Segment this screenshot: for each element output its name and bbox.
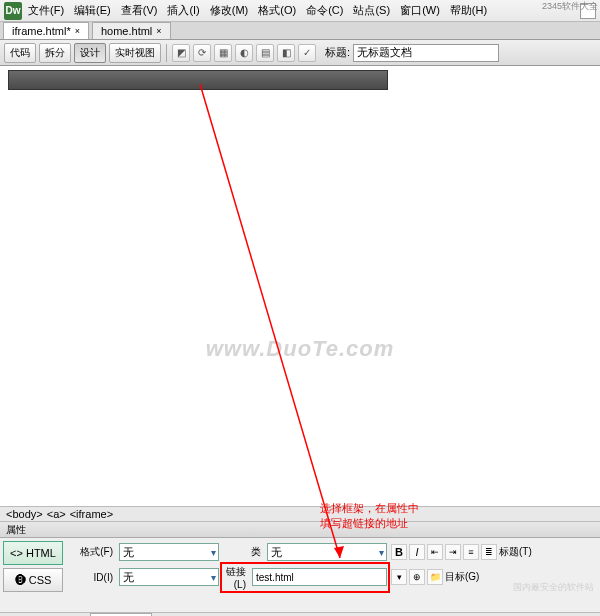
link-input[interactable] [252, 568, 387, 586]
point-to-file-icon[interactable]: ⊕ [409, 569, 425, 585]
menu-edit[interactable]: 编辑(E) [70, 1, 115, 20]
visual-icon[interactable]: ◧ [277, 44, 295, 62]
css-icon: 🅑 [15, 574, 26, 586]
page-properties-button[interactable]: 页面属性... [90, 613, 152, 617]
list-ul-icon[interactable]: ≡ [463, 544, 479, 560]
check-icon[interactable]: ✓ [298, 44, 316, 62]
design-view-button[interactable]: 设计 [74, 43, 106, 63]
dropdown-icon[interactable]: ▾ [391, 569, 407, 585]
app-logo: Dw [4, 2, 22, 20]
watermark-text: www.DuoTe.com [206, 336, 395, 362]
tag-selector: <body> <a> <iframe> [0, 506, 600, 522]
inspect-icon[interactable]: ◩ [172, 44, 190, 62]
tag-body[interactable]: <body> [4, 508, 45, 520]
title-label: 标题: [325, 45, 350, 60]
document-toolbar: 代码 拆分 设计 实时视图 ◩ ⟳ ▦ ◐ ▤ ◧ ✓ 标题: [0, 40, 600, 66]
menu-command[interactable]: 命令(C) [302, 1, 347, 20]
tag-a[interactable]: <a> [45, 508, 68, 520]
document-tabs: iframe.html* × home.html × [0, 22, 600, 40]
link-label: 链接(L) [223, 565, 248, 590]
tab-iframe[interactable]: iframe.html* × [3, 22, 89, 39]
tag-iframe[interactable]: <iframe> [68, 508, 115, 520]
close-icon[interactable]: × [75, 26, 80, 36]
browse-folder-icon[interactable]: 📁 [427, 569, 443, 585]
menu-modify[interactable]: 修改(M) [206, 1, 253, 20]
properties-panel: <> HTML 🅑 CSS 格式(F) 无 类 无 B I ⇤ ⇥ ≡ ≣ 标题… [0, 538, 600, 612]
menu-window[interactable]: 窗口(W) [396, 1, 444, 20]
format-select[interactable]: 无 [119, 543, 219, 561]
tab-label: home.html [101, 25, 152, 37]
options-icon[interactable]: ▤ [256, 44, 274, 62]
tab-home[interactable]: home.html × [92, 22, 171, 39]
italic-icon[interactable]: I [409, 544, 425, 560]
menu-bar: Dw 文件(F) 编辑(E) 查看(V) 插入(I) 修改(M) 格式(O) 命… [0, 0, 600, 22]
menu-file[interactable]: 文件(F) [24, 1, 68, 20]
menu-view[interactable]: 查看(V) [117, 1, 162, 20]
footer-watermark: 国内最安全的软件站 [513, 581, 594, 594]
live-view-button[interactable]: 实时视图 [109, 43, 161, 63]
list-ol-icon[interactable]: ≣ [481, 544, 497, 560]
refresh-icon[interactable]: ⟳ [193, 44, 211, 62]
annotation-text: 选择框架，在属性中 填写超链接的地址 [320, 501, 419, 532]
text-format-icons: B I ⇤ ⇥ ≡ ≣ 标题(T) [391, 544, 597, 560]
css-mode-button[interactable]: 🅑 CSS [3, 568, 63, 592]
close-icon[interactable]: × [156, 26, 161, 36]
source-badge: 2345软件大全 [542, 0, 598, 13]
id-label: ID(I) [67, 572, 115, 583]
target-label: 目标(G) [445, 570, 481, 584]
class-label: 类 [223, 545, 263, 559]
html-icon: <> [10, 547, 23, 559]
title2-label: 标题(T) [499, 545, 534, 559]
status-bar: 页面属性... 列表项目... [0, 612, 600, 616]
menu-site[interactable]: 站点(S) [349, 1, 394, 20]
properties-panel-header[interactable]: 属性 [0, 522, 600, 538]
bold-icon[interactable]: B [391, 544, 407, 560]
menu-insert[interactable]: 插入(I) [163, 1, 203, 20]
format-label: 格式(F) [67, 545, 115, 559]
outdent-icon[interactable]: ⇤ [427, 544, 443, 560]
class-select[interactable]: 无 [267, 543, 387, 561]
html-mode-button[interactable]: <> HTML [3, 541, 63, 565]
menu-help[interactable]: 帮助(H) [446, 1, 491, 20]
indent-icon[interactable]: ⇥ [445, 544, 461, 560]
selected-iframe-element[interactable] [8, 70, 388, 90]
nav-icon[interactable]: ▦ [214, 44, 232, 62]
browser-icon[interactable]: ◐ [235, 44, 253, 62]
code-view-button[interactable]: 代码 [4, 43, 36, 63]
id-select[interactable]: 无 [119, 568, 219, 586]
separator [166, 44, 167, 62]
design-canvas[interactable]: www.DuoTe.com 选择框架，在属性中 填写超链接的地址 [0, 66, 600, 506]
menu-format[interactable]: 格式(O) [254, 1, 300, 20]
tab-label: iframe.html* [12, 25, 71, 37]
split-view-button[interactable]: 拆分 [39, 43, 71, 63]
title-input[interactable] [353, 44, 499, 62]
